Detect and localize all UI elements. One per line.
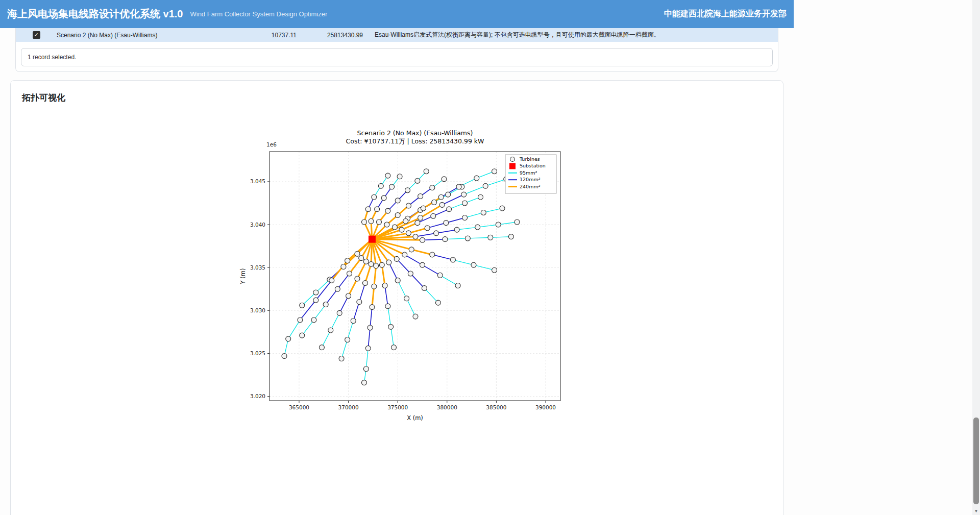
checkbox-check-icon: ✓	[34, 32, 38, 38]
cables-layer	[284, 171, 517, 383]
app-title: 海上风电场集电线路设计优化系统 v1.0	[7, 7, 183, 21]
svg-text:375000: 375000	[387, 404, 408, 410]
topology-card: 拓扑可视化 3650003700003750003800003850003900…	[10, 80, 783, 515]
svg-text:385000: 385000	[486, 404, 506, 410]
svg-text:370000: 370000	[338, 404, 358, 410]
svg-text:390000: 390000	[535, 404, 555, 410]
app-subtitle: Wind Farm Collector System Design Optimi…	[190, 10, 327, 18]
records-selected-text: 1 record selected.	[21, 48, 773, 66]
scenario-checkbox[interactable]: ✓	[33, 31, 40, 39]
org-name: 中能建西北院海上能源业务开发部	[664, 9, 787, 19]
svg-text:365000: 365000	[288, 404, 309, 410]
svg-text:3.020: 3.020	[250, 393, 265, 399]
scrollbar-down-button[interactable]: ▼	[972, 507, 980, 515]
svg-text:95mm²: 95mm²	[520, 170, 537, 176]
turbines-layer	[281, 169, 519, 385]
svg-text:3.040: 3.040	[250, 222, 265, 228]
scrollbar-thumb[interactable]	[973, 418, 979, 504]
svg-text:Y (m): Y (m)	[239, 268, 247, 285]
topology-chart-svg: 3650003700003750003800003850003900003.02…	[229, 125, 566, 421]
results-card: ✓ Scenario 2 (No Max) (Esau-Williams) 10…	[15, 28, 778, 72]
svg-text:Cost: ¥10737.11万 | Loss: 25813: Cost: ¥10737.11万 | Loss: 25813430.99 kW	[346, 137, 484, 145]
svg-text:Turbines: Turbines	[519, 156, 540, 162]
topology-section-title: 拓扑可视化	[22, 92, 773, 104]
header: 海上风电场集电线路设计优化系统 v1.0 Wind Farm Collector…	[0, 0, 794, 28]
chevron-down-icon: ▼	[974, 509, 978, 513]
chart-titles: Scenario 2 (No Max) (Esau-Williams)Cost:…	[239, 129, 484, 421]
svg-text:3.035: 3.035	[250, 264, 265, 271]
scenario-description: Esau-Williams启发式算法(权衡距离与容量); 不包含可选电缆型号，且…	[375, 31, 660, 39]
substation-marker	[368, 236, 375, 243]
svg-text:Scenario 2 (No Max) (Esau-Will: Scenario 2 (No Max) (Esau-Williams)	[357, 129, 473, 137]
scenario-row[interactable]: ✓ Scenario 2 (No Max) (Esau-Williams) 10…	[16, 28, 778, 42]
svg-text:120mm²: 120mm²	[520, 177, 541, 182]
svg-text:380000: 380000	[436, 404, 457, 410]
svg-text:3.025: 3.025	[250, 350, 265, 356]
vertical-scrollbar[interactable]: ▼	[972, 0, 980, 515]
scenario-checkbox-cell: ✓	[16, 31, 57, 39]
topology-chart-wrap: 3650003700003750003800003850003900003.02…	[21, 125, 773, 421]
app-container: 海上风电场集电线路设计优化系统 v1.0 Wind Farm Collector…	[0, 0, 794, 515]
chart-legend: TurbinesSubstation95mm²120mm²240mm²	[505, 155, 556, 193]
scenario-loss: 25813430.99	[297, 32, 363, 39]
svg-text:1e6: 1e6	[266, 141, 277, 148]
scenario-cost: 10737.11	[261, 32, 297, 39]
svg-text:Substation: Substation	[520, 163, 546, 168]
svg-text:3.030: 3.030	[250, 307, 265, 313]
scenario-name: Scenario 2 (No Max) (Esau-Williams)	[57, 32, 261, 39]
svg-text:3.045: 3.045	[250, 178, 265, 184]
svg-text:X (m): X (m)	[407, 414, 423, 421]
svg-text:240mm²: 240mm²	[520, 184, 541, 189]
